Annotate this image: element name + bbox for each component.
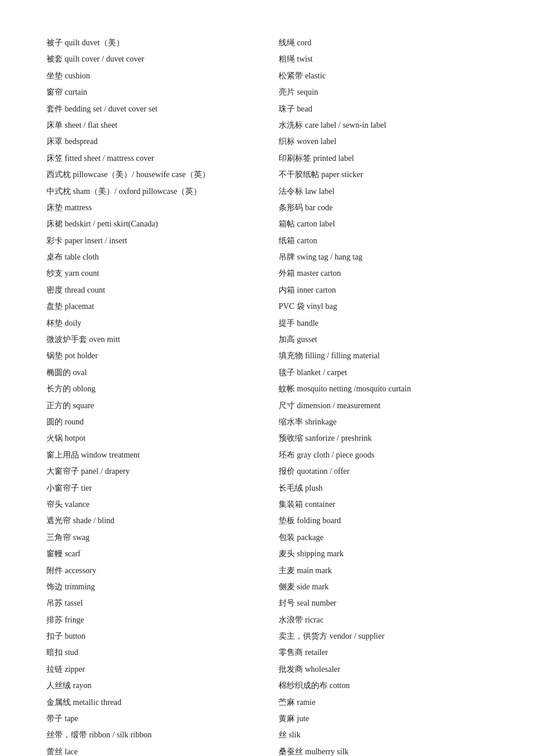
term-label: 水浪带 ricrac — [279, 614, 323, 627]
term-label: 丝带，缎带 ribbon / silk ribbon — [46, 729, 151, 741]
term-label: 纱支 yarn count — [46, 267, 99, 280]
list-item: 床裙 bedskirt / petti skirt(Canada) — [46, 216, 255, 232]
term-label: 被套 quilt cover / duvet cover — [46, 53, 144, 66]
term-label: 蕾丝 lace — [46, 746, 78, 756]
term-label: 椭圆的 oval — [46, 366, 87, 379]
term-label: 封号 seal number — [279, 597, 337, 610]
term-label: 微波炉手套 oven mitt — [46, 333, 120, 346]
term-label: 尺寸 dimension / measurement — [279, 399, 380, 412]
term-label: 蚊帐 mosquito netting /mosquito curtain — [279, 383, 411, 395]
term-label: 暗扣 stud — [46, 646, 78, 659]
term-label: 垫板 folding board — [279, 514, 341, 527]
term-label: 金属线 metallic thread — [46, 696, 121, 709]
term-label: 锅垫 pot holder — [46, 350, 98, 362]
list-item: 拉链 zipper — [46, 661, 255, 678]
list-item: 卖主，供货方 vendor / supplier — [279, 628, 488, 645]
term-label: 丝 slik — [279, 729, 301, 741]
left-column: 被子 quilt duvet（美）被套 quilt cover / duvet … — [46, 35, 255, 756]
list-item: 排苏 fringe — [46, 612, 255, 628]
term-label: 桌布 table cloth — [46, 251, 99, 264]
list-item: 带子 tape — [46, 711, 255, 727]
term-label: 主麦 main mark — [279, 564, 332, 577]
list-item: 水洗标 care label / sewn-in label — [279, 117, 488, 134]
term-label: 长方的 oblong — [46, 383, 95, 395]
list-item: 包装 package — [279, 530, 488, 546]
term-label: 松紧带 elastic — [279, 70, 326, 82]
list-item: 桑蚕丝 mulberry silk — [279, 744, 488, 756]
term-label: 附件 accessory — [46, 564, 96, 577]
list-item: 丝带，缎带 ribbon / silk ribbon — [46, 727, 255, 743]
term-label: 中式枕 sham（美）/ oxford pillowcase（英） — [46, 185, 201, 198]
list-item: 圆的 round — [46, 414, 255, 430]
list-item: 金属线 metallic thread — [46, 694, 255, 711]
term-label: 床垫 mattress — [46, 201, 92, 214]
term-label: 填充物 filling / filling material — [279, 350, 380, 362]
list-item: 蚊帐 mosquito netting /mosquito curtain — [279, 381, 488, 397]
list-item: 盘垫 placemat — [46, 298, 255, 315]
list-item: 纱支 yarn count — [46, 265, 255, 282]
term-label: 内箱 inner carton — [279, 284, 336, 297]
term-label: 坐垫 cushion — [46, 70, 90, 82]
list-item: 加高 gusset — [279, 332, 488, 348]
list-item: 套件 bedding set / duvet cover set — [46, 101, 255, 117]
term-label: 三角帘 swag — [46, 531, 89, 544]
term-label: 麦头 shipping mark — [279, 548, 344, 560]
term-label: 织标 woven label — [279, 135, 337, 148]
list-item: 尺寸 dimension / measurement — [279, 398, 488, 414]
list-item: 粗绳 twist — [279, 51, 488, 67]
term-label: 圆的 round — [46, 416, 84, 429]
term-label: 卖主，供货方 vendor / supplier — [279, 630, 384, 643]
list-item: 棉纱织成的布 cotton — [279, 678, 488, 694]
term-label: 不干胶纸帖 paper sticker — [279, 168, 363, 181]
list-item: 水浪带 ricrac — [279, 612, 488, 628]
list-item: PVC 袋 vinyl bag — [279, 298, 488, 315]
term-label: 大窗帘子 panel / drapery — [46, 465, 129, 478]
list-item: 松紧带 elastic — [279, 68, 488, 84]
list-item: 杯垫 doily — [46, 315, 255, 332]
list-item: 小窗帘子 tier — [46, 480, 255, 496]
term-label: 零售商 retailer — [279, 646, 328, 659]
term-label: 法令标 law label — [279, 185, 334, 198]
list-item: 微波炉手套 oven mitt — [46, 332, 255, 348]
term-label: 黄麻 jute — [279, 712, 309, 725]
term-label: 纸箱 carton — [279, 235, 317, 247]
term-label: 报价 quotation / offer — [279, 465, 349, 478]
list-item: 预收缩 sanforize / preshrink — [279, 430, 488, 447]
term-label: 印刷标签 printed label — [279, 152, 354, 165]
term-label: 床单 sheet / flat sheet — [46, 119, 117, 132]
list-item: 窗上用品 window treatment — [46, 447, 255, 463]
list-item: 扣子 button — [46, 628, 255, 645]
term-label: 帘头 valance — [46, 498, 89, 511]
list-item: 被套 quilt cover / duvet cover — [46, 51, 255, 67]
list-item: 密度 thread count — [46, 282, 255, 298]
term-label: 珠子 bead — [279, 103, 312, 116]
list-item: 床垫 mattress — [46, 200, 255, 216]
list-item: 被子 quilt duvet（美） — [46, 35, 255, 51]
list-item: 窗幔 scarf — [46, 546, 255, 562]
list-item: 提手 handle — [279, 315, 488, 332]
list-item: 批发商 wholesaler — [279, 661, 488, 678]
list-item: 外箱 master carton — [279, 265, 488, 282]
list-item: 黄麻 jute — [279, 711, 488, 727]
list-item: 集装箱 container — [279, 496, 488, 513]
list-item: 吊牌 swing tag / hang tag — [279, 249, 488, 265]
list-item: 彩卡 paper insert / insert — [46, 233, 255, 249]
term-label: 人丝绒 rayon — [46, 679, 91, 692]
list-item: 报价 quotation / offer — [279, 463, 488, 480]
term-label: 水洗标 care label / sewn-in label — [279, 119, 386, 132]
list-item: 吊苏 tassel — [46, 595, 255, 611]
term-label: 排苏 fringe — [46, 614, 84, 627]
term-label: 桑蚕丝 mulberry silk — [279, 746, 349, 756]
list-item: 内箱 inner carton — [279, 282, 488, 298]
term-label: 床裙 bedskirt / petti skirt(Canada) — [46, 218, 158, 231]
term-label: 套件 bedding set / duvet cover set — [46, 103, 157, 116]
list-item: 桌布 table cloth — [46, 249, 255, 265]
list-item: 遮光帘 shade / blind — [46, 513, 255, 529]
list-item: 线绳 cord — [279, 35, 488, 51]
term-label: 遮光帘 shade / blind — [46, 514, 114, 527]
list-item: 亮片 sequin — [279, 84, 488, 100]
list-item: 纸箱 carton — [279, 233, 488, 249]
list-item: 床单 sheet / flat sheet — [46, 117, 255, 134]
term-label: 扣子 button — [46, 630, 85, 643]
term-label: 棉纱织成的布 cotton — [279, 679, 350, 692]
